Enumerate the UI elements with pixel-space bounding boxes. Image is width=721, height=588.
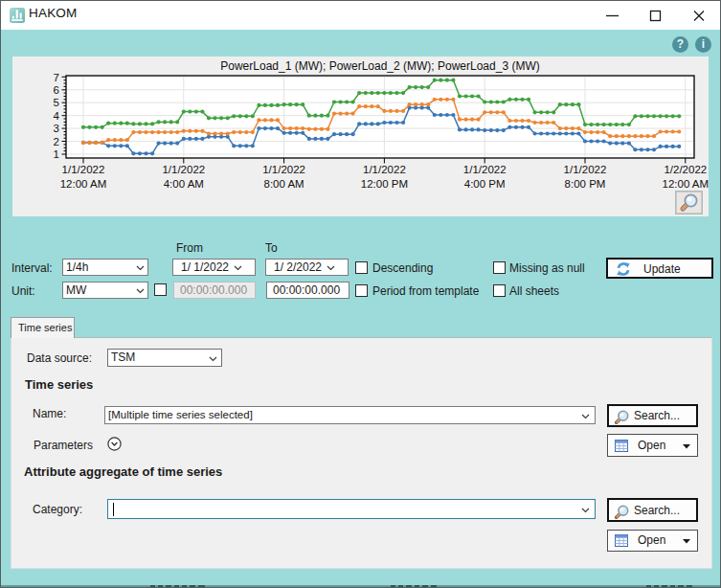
svg-text:1/1/2022: 1/1/2022 <box>162 164 205 175</box>
svg-text:1/1/2022: 1/1/2022 <box>262 164 305 175</box>
svg-text:6: 6 <box>54 84 59 96</box>
svg-text:2: 2 <box>54 136 59 147</box>
svg-text:PowerLoad_1 (MW); PowerLoad_2: PowerLoad_1 (MW); PowerLoad_2 (MW); Powe… <box>220 59 539 73</box>
svg-text:3: 3 <box>54 123 59 134</box>
svg-text:4: 4 <box>54 110 60 122</box>
svg-text:8:00 PM: 8:00 PM <box>565 178 606 190</box>
svg-text:4:00 PM: 4:00 PM <box>464 178 506 190</box>
svg-text:12:00 AM: 12:00 AM <box>60 178 107 190</box>
svg-text:1/1/2022: 1/1/2022 <box>564 164 607 175</box>
svg-text:1/1/2022: 1/1/2022 <box>363 164 406 175</box>
svg-text:1/2/2022: 1/2/2022 <box>664 164 707 175</box>
svg-text:8:00 AM: 8:00 AM <box>263 178 304 190</box>
svg-text:5: 5 <box>54 97 59 108</box>
svg-text:1/1/2022: 1/1/2022 <box>463 164 507 175</box>
svg-text:7: 7 <box>54 72 59 83</box>
svg-text:12:00 AM: 12:00 AM <box>663 178 709 190</box>
svg-text:1: 1 <box>54 148 59 160</box>
svg-text:4:00 AM: 4:00 AM <box>164 178 204 190</box>
svg-text:1/1/2022: 1/1/2022 <box>62 164 105 175</box>
svg-text:12:00 PM: 12:00 PM <box>361 178 408 190</box>
